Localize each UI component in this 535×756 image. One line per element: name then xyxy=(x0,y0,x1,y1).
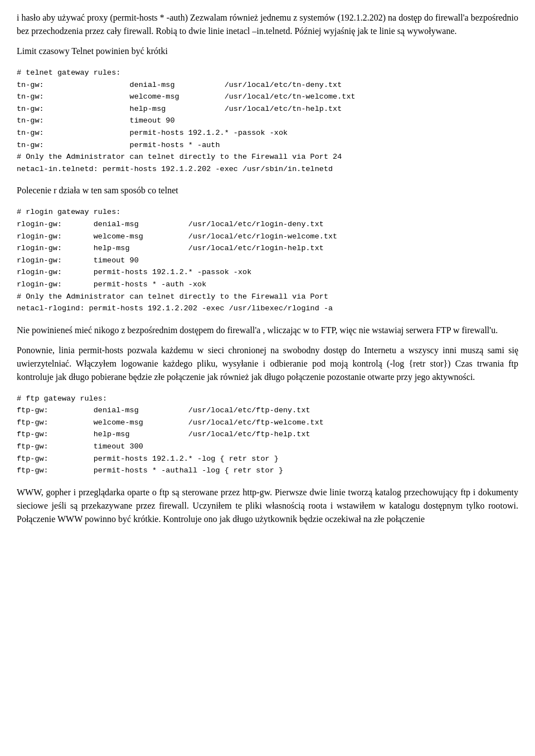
telnet-code-block: # telnet gateway rules: tn-gw: denial-ms… xyxy=(17,67,518,175)
ftp-code-block: # ftp gateway rules: ftp-gw: denial-msg … xyxy=(17,393,518,477)
outro-para1: WWW, gopher i przeglądarka oparte o ftp … xyxy=(17,486,518,526)
rlogin-code-block: # rlogin gateway rules: rlogin-gw: denia… xyxy=(17,206,518,314)
intro-para1: i hasło aby używać proxy (permit-hosts *… xyxy=(17,11,518,38)
ftp-intro-para1: Nie powinieneś mieć nikogo z bezpośredni… xyxy=(17,324,518,337)
rlogin-intro: Polecenie r działa w ten sam sposób co t… xyxy=(17,184,518,197)
telnet-limit-heading: Limit czasowy Telnet powinien być krótki xyxy=(17,45,518,58)
ftp-intro-para2: Ponownie, linia permit-hosts pozwala każ… xyxy=(17,344,518,384)
